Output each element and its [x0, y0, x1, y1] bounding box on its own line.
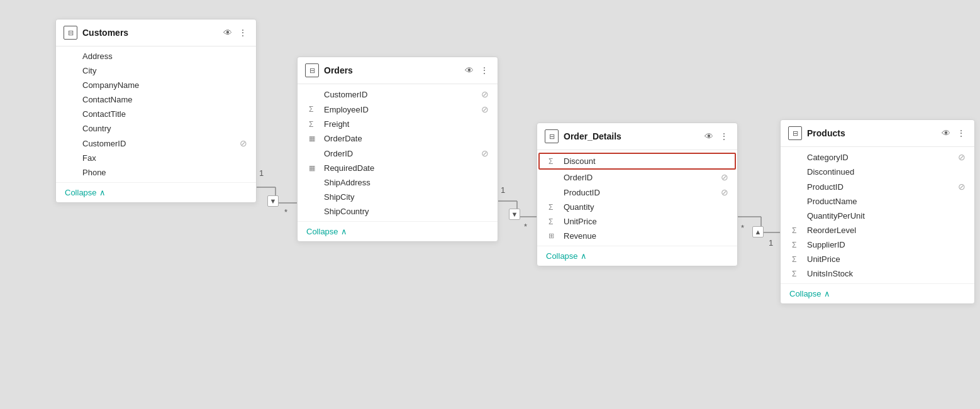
orders-collapse[interactable]: Collapse ∧ — [298, 221, 498, 241]
conn-orders-details-many: * — [524, 222, 527, 231]
order-details-header: ⊟ Order_Details 👁 ⋮ — [537, 123, 737, 150]
products-categoryid-hidden: ⊘ — [958, 152, 966, 162]
customers-fields: Address City CompanyName ContactName Con… — [56, 46, 256, 182]
od-productid-hidden: ⊘ — [721, 187, 728, 197]
customers-field-contactname[interactable]: ContactName — [56, 92, 256, 107]
field-icon-od-revenue: ⊞ — [548, 232, 559, 240]
customers-field-contacttitle[interactable]: ContactTitle — [56, 107, 256, 121]
customers-eye-icon[interactable]: 👁 — [222, 26, 233, 39]
products-collapse[interactable]: Collapse ∧ — [781, 283, 974, 303]
orders-customerid-hidden: ⊘ — [481, 89, 489, 99]
field-icon-discount: Σ — [548, 157, 559, 166]
products-more-icon[interactable]: ⋮ — [955, 127, 967, 139]
conn-arrow-2: ▼ — [509, 209, 520, 220]
customers-collapse[interactable]: Collapse ∧ — [56, 182, 256, 202]
customers-field-fax[interactable]: Fax — [56, 151, 256, 165]
order-details-table-icon: ⊟ — [545, 129, 559, 143]
orders-field-shipcountry[interactable]: ShipCountry — [298, 204, 498, 219]
field-icon-orders-freight: Σ — [309, 120, 319, 129]
field-icon-orders-requireddate: ▦ — [309, 164, 319, 172]
orders-orderid-hidden: ⊘ — [481, 148, 489, 158]
order-details-table: ⊟ Order_Details 👁 ⋮ Σ Discount OrderID ⊘… — [537, 123, 738, 266]
orders-more-icon[interactable]: ⋮ — [479, 64, 490, 77]
orders-employeeid-hidden: ⊘ — [481, 104, 489, 114]
conn-arrow-3: ▲ — [752, 226, 764, 237]
field-icon-products-unitsinstock: Σ — [792, 270, 802, 278]
conn-cust-orders-one: 1 — [259, 168, 264, 178]
orders-field-orderid[interactable]: OrderID ⊘ — [298, 146, 498, 161]
order-details-field-productid[interactable]: ProductID ⊘ — [537, 185, 737, 200]
customers-title: Customers — [82, 28, 217, 38]
field-icon-od-quantity: Σ — [548, 203, 559, 212]
products-field-discontinued[interactable]: Discontinued — [781, 165, 974, 179]
orders-field-employeeid[interactable]: Σ EmployeeID ⊘ — [298, 102, 498, 117]
order-details-collapse[interactable]: Collapse ∧ — [537, 246, 737, 266]
orders-field-shipaddress[interactable]: ShipAddress — [298, 175, 498, 190]
products-field-categoryid[interactable]: CategoryID ⊘ — [781, 150, 974, 165]
customers-field-address[interactable]: Address — [56, 49, 256, 63]
field-icon-products-reorderlevel: Σ — [792, 226, 802, 235]
order-details-fields: Σ Discount OrderID ⊘ ProductID ⊘ Σ Quant… — [537, 150, 737, 246]
products-field-productid[interactable]: ProductID ⊘ — [781, 179, 974, 194]
customers-table: ⊟ Customers 👁 ⋮ Address City CompanyName — [55, 19, 257, 203]
customers-table-icon: ⊟ — [64, 26, 77, 40]
products-table: ⊟ Products 👁 ⋮ CategoryID ⊘ Discontinued… — [780, 119, 975, 304]
orders-eye-icon[interactable]: 👁 — [464, 64, 475, 77]
products-eye-icon[interactable]: 👁 — [940, 127, 952, 139]
products-field-unitsinstock[interactable]: Σ UnitsInStock — [781, 266, 974, 281]
order-details-field-discount[interactable]: Σ Discount — [538, 153, 736, 170]
orders-header: ⊟ Orders 👁 ⋮ — [298, 57, 498, 84]
orders-field-orderdate[interactable]: ▦ OrderDate — [298, 131, 498, 146]
customers-more-icon[interactable]: ⋮ — [237, 26, 248, 39]
od-orderid-hidden: ⊘ — [721, 172, 728, 182]
conn-details-products-many: * — [741, 223, 744, 232]
conn-cust-orders-many: * — [284, 207, 287, 217]
diagram-canvas: 1 ▼ * 1 ▼ * * ▲ 1 ⊟ Customers 👁 ⋮ Addres… — [0, 0, 980, 409]
products-field-quantityperunit[interactable]: QuantityPerUnit — [781, 209, 974, 223]
orders-table: ⊟ Orders 👁 ⋮ CustomerID ⊘ Σ EmployeeID ⊘… — [297, 57, 498, 242]
field-icon-od-unitprice: Σ — [548, 217, 559, 226]
order-details-field-unitprice[interactable]: Σ UnitPrice — [537, 214, 737, 229]
customers-field-city[interactable]: City — [56, 63, 256, 78]
customers-field-phone[interactable]: Phone — [56, 165, 256, 180]
conn-arrow-1: ▼ — [267, 195, 279, 207]
products-field-reorderlevel[interactable]: Σ ReorderLevel — [781, 223, 974, 237]
order-details-eye-icon[interactable]: 👁 — [703, 130, 715, 143]
products-field-productname[interactable]: ProductName — [781, 194, 974, 209]
field-icon-orders-orderdate: ▦ — [309, 134, 319, 143]
products-header: ⊟ Products 👁 ⋮ — [781, 120, 974, 147]
products-fields: CategoryID ⊘ Discontinued ProductID ⊘ Pr… — [781, 147, 974, 283]
products-productid-hidden: ⊘ — [958, 182, 966, 192]
orders-fields: CustomerID ⊘ Σ EmployeeID ⊘ Σ Freight ▦ … — [298, 84, 498, 221]
customers-header: ⊟ Customers 👁 ⋮ — [56, 19, 256, 46]
orders-title: Orders — [324, 65, 459, 75]
order-details-more-icon[interactable]: ⋮ — [718, 130, 730, 143]
orders-field-shipcity[interactable]: ShipCity — [298, 190, 498, 204]
orders-field-freight[interactable]: Σ Freight — [298, 117, 498, 131]
order-details-title: Order_Details — [564, 131, 698, 141]
field-icon-orders-employeeid: Σ — [309, 105, 319, 114]
customers-field-customerid[interactable]: CustomerID ⊘ — [56, 136, 256, 151]
products-table-icon: ⊟ — [788, 126, 802, 140]
conn-details-products-one: 1 — [769, 238, 773, 248]
products-title: Products — [807, 128, 935, 138]
field-icon-products-supplierid: Σ — [792, 241, 802, 249]
orders-table-icon: ⊟ — [305, 63, 319, 77]
orders-field-customerid[interactable]: CustomerID ⊘ — [298, 87, 498, 102]
conn-orders-details-one: 1 — [501, 185, 505, 195]
order-details-field-orderid[interactable]: OrderID ⊘ — [537, 170, 737, 185]
customers-field-companyname[interactable]: CompanyName — [56, 78, 256, 92]
products-field-unitprice[interactable]: Σ UnitPrice — [781, 252, 974, 266]
customerid-hidden-icon: ⊘ — [240, 138, 247, 148]
products-field-supplierid[interactable]: Σ SupplierID — [781, 237, 974, 252]
field-icon-products-unitprice: Σ — [792, 255, 802, 264]
order-details-field-quantity[interactable]: Σ Quantity — [537, 200, 737, 214]
customers-field-country[interactable]: Country — [56, 121, 256, 136]
orders-field-requireddate[interactable]: ▦ RequiredDate — [298, 161, 498, 175]
order-details-field-revenue[interactable]: ⊞ Revenue — [537, 229, 737, 243]
